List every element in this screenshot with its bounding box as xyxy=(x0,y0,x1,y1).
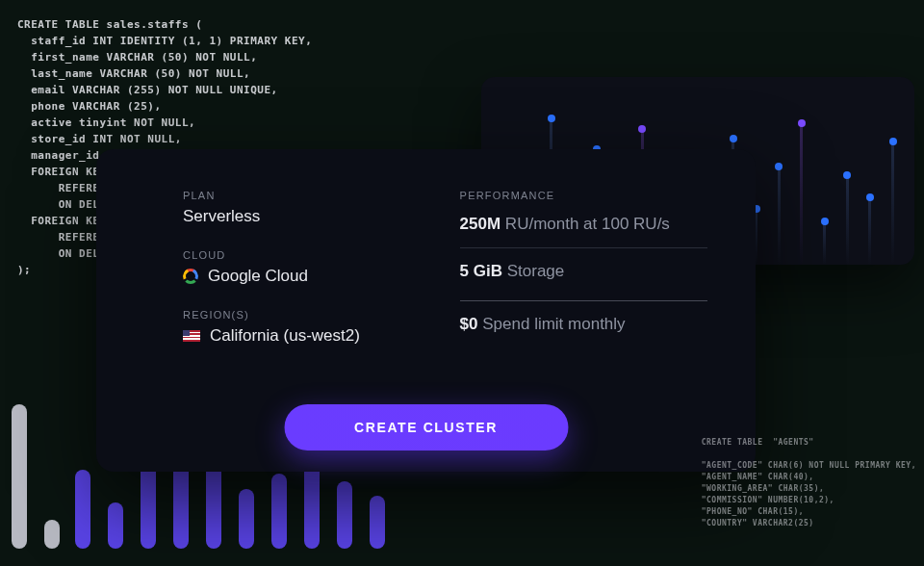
performance-storage-line: 5 GiB Storage xyxy=(460,262,707,281)
region-label: REGION(S) xyxy=(183,309,412,321)
performance-storage-rest: Storage xyxy=(507,262,565,280)
create-cluster-button[interactable]: CREATE CLUSTER xyxy=(284,404,568,450)
performance-spend-line: $0 Spend limit monthly xyxy=(460,315,707,334)
plan-value: Serverless xyxy=(183,207,412,226)
performance-label: PERFORMANCE xyxy=(460,190,707,201)
cloud-value: Google Cloud xyxy=(208,267,308,286)
divider xyxy=(460,247,707,248)
performance-spend-bold: $0 xyxy=(460,315,478,333)
plan-label: PLAN xyxy=(183,190,412,201)
google-cloud-icon xyxy=(183,269,198,284)
us-flag-icon xyxy=(183,330,200,342)
cloud-label: CLOUD xyxy=(183,249,412,261)
region-value: California (us-west2) xyxy=(210,326,360,346)
performance-ru-rest: RU/month at 100 RU/s xyxy=(505,215,670,233)
performance-spend-rest: Spend limit monthly xyxy=(482,315,625,333)
divider-strong xyxy=(460,300,707,301)
performance-ru-line: 250M RU/month at 100 RU/s xyxy=(460,215,707,234)
decorative-bars-gray xyxy=(12,404,60,549)
create-cluster-card: PLAN Serverless CLOUD Google Cloud REGIO… xyxy=(96,149,756,472)
background-code-small: CREATE TABLE "AGENTS" "AGENT_CODE" CHAR(… xyxy=(702,437,916,529)
performance-ru-bold: 250M xyxy=(460,215,501,233)
performance-storage-bold: 5 GiB xyxy=(460,262,502,280)
